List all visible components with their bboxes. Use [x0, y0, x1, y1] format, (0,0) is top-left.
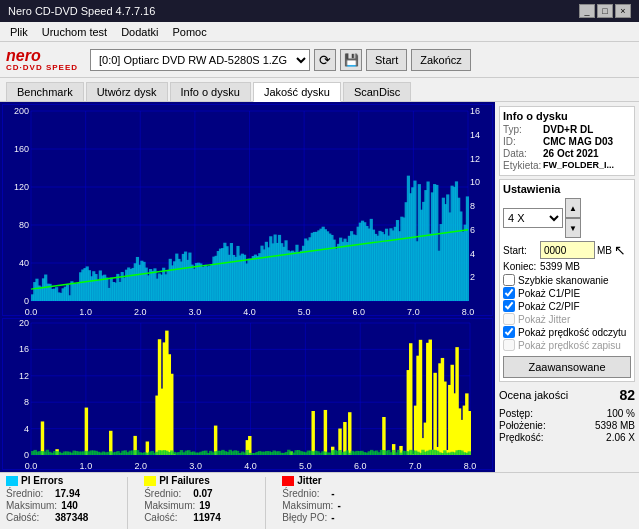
pi-errors-legend: PI Errors — [6, 475, 111, 486]
pi-failures-color — [144, 476, 156, 486]
spin-down-button[interactable]: ▼ — [565, 218, 581, 238]
menu-dodatki[interactable]: Dodatki — [115, 25, 164, 39]
charts-area — [0, 102, 495, 472]
pi-failures-total-label: Całość: — [144, 512, 189, 523]
pi-errors-max: Maksimum: 140 — [6, 500, 111, 511]
disc-etykieta-row: Etykieta: FW_FOLDER_I... — [503, 160, 631, 171]
pi-errors-max-label: Maksimum: — [6, 500, 57, 511]
minimize-button[interactable]: _ — [579, 4, 595, 18]
disc-id-value: CMC MAG D03 — [543, 136, 613, 147]
cursor-icon[interactable]: ↖ — [614, 242, 626, 258]
pi-errors-srednia: Średnio: 17.94 — [6, 488, 111, 499]
cb-szybkie-input[interactable] — [503, 274, 515, 286]
upper-canvas — [3, 105, 490, 316]
pi-errors-srednia-label: Średnio: — [6, 488, 51, 499]
tab-benchmark[interactable]: Benchmark — [6, 82, 84, 101]
cb-jitter-input[interactable] — [503, 313, 515, 325]
toolbar: nero CD·DVD SPEED [0:0] Optiarc DVD RW A… — [0, 42, 639, 78]
jitter-bledy-label: Błędy PO: — [282, 512, 327, 523]
quality-value: 82 — [619, 387, 635, 403]
title-bar: Nero CD-DVD Speed 4.7.7.16 _ □ × — [0, 0, 639, 22]
refresh-icon[interactable]: ⟳ — [314, 49, 336, 71]
cb-pif-input[interactable] — [503, 300, 515, 312]
quality-row: Ocena jakości 82 — [499, 385, 635, 405]
pi-errors-color — [6, 476, 18, 486]
jitter-max-label: Maksimum: — [282, 500, 333, 511]
divider-1 — [127, 477, 128, 529]
polozenie-row: Położenie: 5398 MB — [499, 420, 635, 431]
spin-up-button[interactable]: ▲ — [565, 198, 581, 218]
end-value: 5399 MB — [540, 261, 580, 272]
cb-jitter-label: Pokaż Jitter — [518, 314, 570, 325]
cb-odczyt: Pokaż prędkość odczytu — [503, 326, 631, 338]
disc-id-label: ID: — [503, 136, 543, 147]
tab-jakosc[interactable]: Jakość dysku — [253, 82, 341, 102]
disc-data-value: 26 Oct 2021 — [543, 148, 599, 159]
cb-szybkie-label: Szybkie skanowanie — [518, 275, 609, 286]
jitter-col: Jitter Średnio: - Maksimum: - Błędy PO: … — [282, 475, 387, 529]
maximize-button[interactable]: □ — [597, 4, 613, 18]
pi-failures-label: PI Failures — [159, 475, 210, 486]
cb-pif-label: Pokaż C2/PIF — [518, 301, 580, 312]
jitter-bledy: Błędy PO: - — [282, 512, 387, 523]
advanced-button[interactable]: Zaawansowane — [503, 356, 631, 378]
cb-zapis: Pokaż prędkość zapisu — [503, 339, 631, 351]
pi-errors-max-value: 140 — [61, 500, 111, 511]
right-panel: Info o dysku Typ: DVD+R DL ID: CMC MAG D… — [495, 102, 639, 472]
jitter-max-value: - — [337, 500, 387, 511]
menu-plik[interactable]: Plik — [4, 25, 34, 39]
cb-pif: Pokaż C2/PIF — [503, 300, 631, 312]
main-content: Info o dysku Typ: DVD+R DL ID: CMC MAG D… — [0, 102, 639, 472]
start-input[interactable] — [540, 241, 595, 259]
pi-failures-srednia-label: Średnio: — [144, 488, 189, 499]
menu-bar: Plik Uruchom test Dodatki Pomoc — [0, 22, 639, 42]
cb-jitter: Pokaż Jitter — [503, 313, 631, 325]
tab-info[interactable]: Info o dysku — [170, 82, 251, 101]
jitter-srednia: Średnio: - — [282, 488, 387, 499]
tabs-bar: Benchmark Utwórz dysk Info o dysku Jakoś… — [0, 78, 639, 102]
polozenie-value: 5398 MB — [595, 420, 635, 431]
start-button[interactable]: Start — [366, 49, 407, 71]
menu-uruchom[interactable]: Uruchom test — [36, 25, 113, 39]
cb-pie-input[interactable] — [503, 287, 515, 299]
save-icon[interactable]: 💾 — [340, 49, 362, 71]
disc-info-title: Info o dysku — [503, 110, 631, 122]
pi-errors-total-label: Całość: — [6, 512, 51, 523]
pi-failures-max-value: 19 — [199, 500, 249, 511]
cb-odczyt-input[interactable] — [503, 326, 515, 338]
start-mb-row: Start: MB ↖ — [503, 241, 631, 259]
cb-odczyt-label: Pokaż prędkość odczytu — [518, 327, 626, 338]
cb-szybkie: Szybkie skanowanie — [503, 274, 631, 286]
jitter-max: Maksimum: - — [282, 500, 387, 511]
end-button[interactable]: Zakończ — [411, 49, 471, 71]
jitter-label: Jitter — [297, 475, 321, 486]
tab-utworz[interactable]: Utwórz dysk — [86, 82, 168, 101]
cb-zapis-label: Pokaż prędkość zapisu — [518, 340, 621, 351]
speed-row: 4 X ▲ ▼ — [503, 198, 631, 238]
menu-pomoc[interactable]: Pomoc — [166, 25, 212, 39]
predkosc-row: Prędkość: 2.06 X — [499, 432, 635, 443]
divider-2 — [265, 477, 266, 529]
pi-failures-total-value: 11974 — [193, 512, 243, 523]
disc-typ-value: DVD+R DL — [543, 124, 593, 135]
end-mb-row: Koniec: 5399 MB — [503, 261, 631, 272]
disc-etykieta-value: FW_FOLDER_I... — [543, 160, 614, 171]
jitter-srednia-label: Średnio: — [282, 488, 327, 499]
disc-typ-row: Typ: DVD+R DL — [503, 124, 631, 135]
drive-select[interactable]: [0:0] Optiarc DVD RW AD-5280S 1.ZG — [90, 49, 310, 71]
pi-failures-legend: PI Failures — [144, 475, 249, 486]
cb-pie: Pokaż C1/PIE — [503, 287, 631, 299]
cb-zapis-input[interactable] — [503, 339, 515, 351]
logo: nero CD·DVD SPEED — [6, 48, 78, 72]
speed-select[interactable]: 4 X — [503, 208, 563, 228]
disc-typ-label: Typ: — [503, 124, 543, 135]
settings-section: Ustawienia 4 X ▲ ▼ Start: MB ↖ Koniec — [499, 179, 635, 382]
progress-section: Postęp: 100 % Położenie: 5398 MB Prędkoś… — [499, 408, 635, 443]
pi-errors-label: PI Errors — [21, 475, 63, 486]
disc-info-section: Info o dysku Typ: DVD+R DL ID: CMC MAG D… — [499, 106, 635, 176]
close-button[interactable]: × — [615, 4, 631, 18]
pi-failures-max: Maksimum: 19 — [144, 500, 249, 511]
tab-scandisc[interactable]: ScanDisc — [343, 82, 411, 101]
jitter-color — [282, 476, 294, 486]
pi-errors-srednia-value: 17.94 — [55, 488, 105, 499]
